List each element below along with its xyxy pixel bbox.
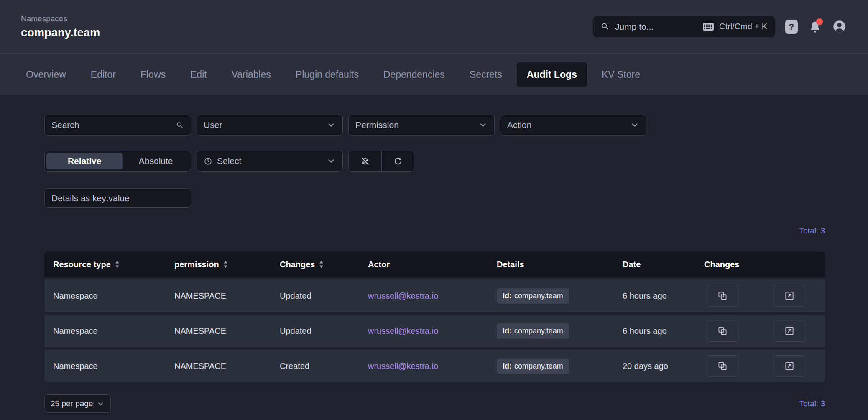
- toggle-absolute[interactable]: Absolute: [123, 153, 189, 169]
- cell-date: 20 days ago: [623, 361, 704, 371]
- column-header[interactable]: permission: [174, 260, 280, 269]
- tab-kv-store[interactable]: KV Store: [592, 62, 650, 87]
- tab-editor[interactable]: Editor: [81, 62, 126, 87]
- tab-plugin-defaults[interactable]: Plugin defaults: [286, 62, 369, 87]
- view-changes-button[interactable]: [706, 355, 739, 377]
- tab-edit[interactable]: Edit: [180, 62, 217, 87]
- details-key: id:: [503, 292, 512, 300]
- resource-type-value: Namespace: [53, 361, 98, 371]
- column-header[interactable]: Date: [623, 260, 704, 269]
- action-filter-select[interactable]: Action: [500, 115, 646, 136]
- cell-details: id:company.team: [497, 323, 623, 339]
- pagination: 25 per page Total: 3: [44, 394, 825, 413]
- tab-audit-logs[interactable]: Audit Logs: [517, 62, 587, 87]
- jump-to-search[interactable]: Ctrl/Cmd + K: [593, 16, 775, 37]
- column-header[interactable]: Changes: [704, 260, 816, 269]
- tab-label: Secrets: [470, 69, 502, 80]
- diff-icon: [717, 325, 728, 336]
- clock-icon: [204, 157, 212, 166]
- auto-refresh-off-button[interactable]: [349, 151, 381, 171]
- open-details-button[interactable]: [773, 320, 806, 342]
- view-changes-button[interactable]: [706, 285, 739, 307]
- tab-variables[interactable]: Variables: [222, 62, 281, 87]
- jump-to-input[interactable]: [615, 22, 697, 32]
- actor-link[interactable]: wrussell@kestra.io: [368, 326, 438, 336]
- help-button[interactable]: ?: [785, 20, 798, 34]
- cell-change: Updated: [280, 326, 368, 336]
- open-details-button[interactable]: [773, 285, 806, 307]
- chevron-down-icon: [478, 120, 488, 130]
- permission-value: NAMESPACE: [174, 361, 226, 371]
- permission-value: NAMESPACE: [174, 326, 226, 336]
- permission-value: NAMESPACE: [174, 291, 226, 301]
- sort-icon[interactable]: [319, 260, 324, 269]
- column-header[interactable]: Details: [497, 260, 623, 269]
- actor-link[interactable]: wrussell@kestra.io: [368, 361, 438, 371]
- user-filter-label: User: [204, 120, 222, 130]
- open-in-new-icon: [784, 325, 795, 336]
- column-header[interactable]: Resource type: [53, 260, 174, 269]
- content: User Permission Action Relative Absolute…: [0, 95, 868, 420]
- audit-logs-table: Resource type permission Changes Actor D…: [44, 252, 825, 382]
- notifications-button[interactable]: [808, 20, 822, 34]
- search-filter[interactable]: [44, 115, 191, 136]
- column-label: Resource type: [53, 260, 111, 269]
- search-input[interactable]: [51, 120, 176, 130]
- date-value: 6 hours ago: [623, 291, 667, 301]
- details-value: company.team: [514, 362, 563, 371]
- tab-label: Dependencies: [383, 69, 445, 80]
- details-value: company.team: [514, 292, 563, 300]
- refresh-controls: [348, 151, 414, 172]
- column-label: Changes: [280, 260, 315, 269]
- user-avatar[interactable]: [832, 20, 846, 33]
- breadcrumb[interactable]: Namespaces: [21, 14, 100, 23]
- details-key: id:: [503, 327, 512, 335]
- filter-row-time: Relative Absolute Select: [44, 151, 825, 172]
- notification-dot: [816, 18, 823, 25]
- tab-label: Plugin defaults: [296, 69, 359, 80]
- details-filter[interactable]: [44, 188, 191, 208]
- cell-details: id:company.team: [497, 288, 623, 304]
- table-header: Resource type permission Changes Actor D…: [44, 252, 825, 277]
- tab-label: Variables: [232, 69, 271, 80]
- table-body: Namespace NAMESPACE Updated wrussell@kes…: [44, 279, 825, 382]
- cell-date: 6 hours ago: [623, 326, 704, 336]
- open-in-new-icon: [784, 290, 795, 301]
- filter-row-primary: User Permission Action: [44, 115, 825, 136]
- column-header[interactable]: Actor: [368, 260, 497, 269]
- permission-filter-select[interactable]: Permission: [348, 115, 495, 136]
- sort-icon[interactable]: [223, 260, 228, 269]
- search-icon: [601, 22, 610, 31]
- help-label: ?: [789, 22, 794, 32]
- details-badge: id:company.team: [497, 323, 569, 339]
- filter-row-details: [44, 188, 825, 208]
- view-changes-button[interactable]: [706, 320, 739, 342]
- tab-overview[interactable]: Overview: [16, 62, 76, 87]
- column-header[interactable]: Changes: [280, 260, 368, 269]
- total-row-top: Total: 3: [44, 226, 825, 237]
- title-block: Namespaces company.team: [21, 14, 100, 39]
- cell-resource-type: Namespace: [53, 326, 174, 336]
- person-icon: [832, 20, 846, 33]
- change-value: Updated: [280, 291, 311, 301]
- keyboard-icon: [703, 23, 714, 31]
- time-range-select[interactable]: Select: [197, 151, 343, 172]
- tab-flows[interactable]: Flows: [130, 62, 176, 87]
- table-row: Namespace NAMESPACE Updated wrussell@kes…: [44, 279, 825, 312]
- actor-link[interactable]: wrussell@kestra.io: [368, 291, 438, 301]
- open-details-button[interactable]: [773, 355, 806, 377]
- per-page-label: 25 per page: [51, 399, 93, 408]
- sort-icon[interactable]: [115, 260, 120, 269]
- user-filter-select[interactable]: User: [197, 115, 343, 136]
- toggle-relative[interactable]: Relative: [46, 153, 123, 169]
- tab-label: Overview: [26, 69, 66, 80]
- tab-secrets[interactable]: Secrets: [460, 62, 512, 87]
- open-in-new-icon: [784, 361, 795, 371]
- tab-dependencies[interactable]: Dependencies: [373, 62, 455, 87]
- refresh-button[interactable]: [381, 151, 414, 171]
- cell-date: 6 hours ago: [623, 291, 704, 301]
- cell-permission: NAMESPACE: [174, 361, 280, 371]
- details-input[interactable]: [51, 193, 184, 203]
- chevron-down-icon: [630, 120, 639, 130]
- per-page-select[interactable]: 25 per page: [44, 394, 111, 413]
